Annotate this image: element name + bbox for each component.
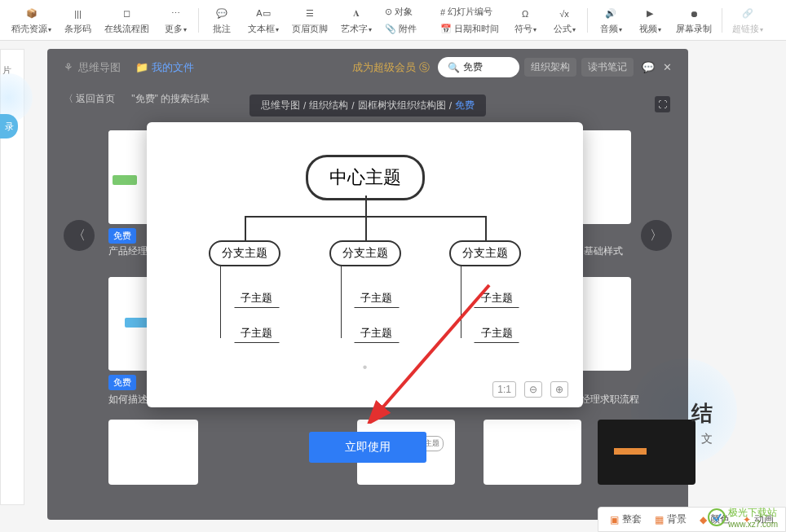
collapse-icon[interactable]: ⛶ xyxy=(655,96,670,112)
leaf-node: 子主题 xyxy=(354,324,399,343)
tool-slidenumber[interactable]: #幻灯片编号 xyxy=(437,3,502,20)
tool-daoke[interactable]: 📦稻壳资源 xyxy=(8,4,55,37)
category-breadcrumb[interactable]: 思维导图 / 组织结构 / 圆框树状组织结构图 / 免费 xyxy=(249,95,486,117)
tool-comment[interactable]: 💬批注 xyxy=(205,4,238,37)
tool-textbox[interactable]: A▭文本框 xyxy=(245,4,282,37)
card-title: 基础样式 xyxy=(584,244,623,258)
tool-formula[interactable]: √x公式 xyxy=(548,4,581,37)
watermark: 极光下载站 www.xz7.com xyxy=(708,506,778,529)
side-char: 结 xyxy=(691,399,713,428)
tab-myfiles[interactable]: 📁 我的文件 xyxy=(135,60,194,75)
branch-node: 分支主题 xyxy=(209,240,280,266)
back-link[interactable]: 〈 返回首页 xyxy=(64,92,115,106)
tool-barcode[interactable]: |||条形码 xyxy=(61,4,95,37)
tool-flowchart[interactable]: ◻在线流程图 xyxy=(101,4,152,37)
search-icon: 🔍 xyxy=(448,62,460,73)
free-tag: 免费 xyxy=(108,375,136,390)
branch-node: 分支主题 xyxy=(329,240,401,266)
fit-icon[interactable]: 1:1 xyxy=(492,381,516,398)
center-node: 中心主题 xyxy=(306,155,425,200)
tool-video[interactable]: ▶视频 xyxy=(634,4,666,37)
btn-background[interactable]: ▦背景 xyxy=(655,512,687,526)
panel-header: ⚘ 思维导图 📁 我的文件 成为超级会员 Ⓢ 🔍 免费 组织架构 读书笔记 💬 … xyxy=(47,49,688,86)
ribbon-toolbar: 📦稻壳资源 |||条形码 ◻在线流程图 ⋯更多 💬批注 A▭文本框 ☰页眉页脚 … xyxy=(0,0,786,41)
premium-link[interactable]: 成为超级会员 Ⓢ xyxy=(352,60,430,75)
pagination-dots: • xyxy=(363,360,368,375)
leaf-node: 子主题 xyxy=(475,324,519,343)
tool-screenrecord[interactable]: ⏺屏幕录制 xyxy=(673,4,715,37)
preview-tools: 1:1 ⊖ ⊕ xyxy=(492,381,568,398)
chat-icon[interactable]: 💬 xyxy=(642,61,655,73)
template-preview-modal: 中心主题 分支主题 分支主题 分支主题 子主题 子主题 子主题 子主题 子主题 … xyxy=(147,122,583,407)
tool-hyperlink: 🔗超链接 xyxy=(729,4,766,37)
tool-audio[interactable]: 🔊音频 xyxy=(594,4,627,37)
zoom-in-icon[interactable]: ⊕ xyxy=(550,381,568,398)
branch-node: 分支主题 xyxy=(449,240,521,266)
zoom-out-icon[interactable]: ⊖ xyxy=(524,381,542,398)
close-icon[interactable]: ✕ xyxy=(663,61,672,73)
tool-datetime[interactable]: 📅日期和时间 xyxy=(437,20,502,37)
pill-notes[interactable]: 读书笔记 xyxy=(581,58,634,77)
link-icon: ⚘ xyxy=(64,61,73,73)
leaf-node: 子主题 xyxy=(475,289,519,308)
template-card[interactable] xyxy=(108,420,198,485)
pill-orgchart[interactable]: 组织架构 xyxy=(524,58,576,77)
leaf-node: 子主题 xyxy=(234,289,279,308)
tool-attachment[interactable]: 📎附件 xyxy=(382,20,431,37)
svg-point-1 xyxy=(709,509,725,525)
tab-mindmap[interactable]: 思维导图 xyxy=(78,60,121,75)
logo-icon xyxy=(708,508,726,526)
nav-next[interactable]: 〉 xyxy=(641,220,672,251)
search-result-label: "免费" 的搜索结果 xyxy=(131,92,210,106)
tool-object[interactable]: ⊙对象 xyxy=(382,3,431,20)
tool-wordart[interactable]: 𝐀艺术字 xyxy=(338,4,375,37)
btn-fullset[interactable]: ▣整套 xyxy=(610,512,642,526)
use-now-button[interactable]: 立即使用 xyxy=(309,432,426,463)
template-card[interactable] xyxy=(598,420,695,485)
tool-symbol[interactable]: Ω符号 xyxy=(509,4,541,37)
search-input[interactable]: 🔍 免费 xyxy=(438,57,519,77)
tool-headerfooter[interactable]: ☰页眉页脚 xyxy=(289,4,331,37)
leaf-node: 子主题 xyxy=(354,289,399,308)
leaf-node: 子主题 xyxy=(234,324,279,343)
side-char: 文 xyxy=(701,432,713,446)
tool-more[interactable]: ⋯更多 xyxy=(159,4,192,37)
mindmap-diagram: 中心主题 分支主题 分支主题 分支主题 子主题 子主题 子主题 子主题 子主题 … xyxy=(171,147,559,358)
nav-prev[interactable]: 〈 xyxy=(64,220,95,251)
free-tag: 免费 xyxy=(108,228,136,244)
template-card[interactable] xyxy=(484,420,581,485)
